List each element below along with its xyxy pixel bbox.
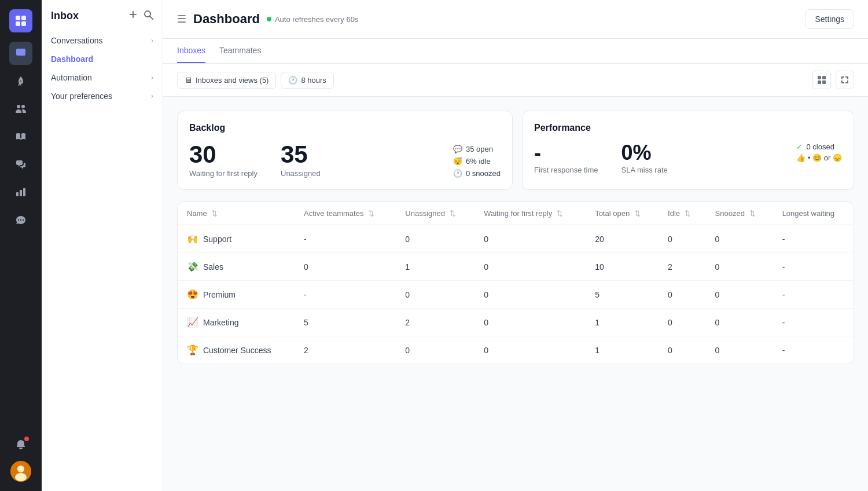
col-idle[interactable]: Idle ⇅ xyxy=(659,202,706,225)
nav-item-dashboard[interactable]: Dashboard xyxy=(42,50,163,68)
cell-snoozed: 0 xyxy=(706,225,773,253)
cell-unassigned: 0 xyxy=(396,225,475,253)
cell-waiting: 0 xyxy=(475,336,586,364)
sort-icon: ⇅ xyxy=(634,209,641,218)
cell-idle: 0 xyxy=(659,225,706,253)
content-area: Backlog 30 Waiting for first reply 35 Un… xyxy=(163,97,868,378)
user-avatar[interactable] xyxy=(10,461,31,482)
closed-count-row: ✓ 0 closed xyxy=(796,142,842,151)
cell-longest: - xyxy=(773,281,854,309)
cell-longest: - xyxy=(773,253,854,281)
snoozed-detail: 🕐 0 snoozed xyxy=(453,169,501,178)
waiting-label: Waiting for first reply xyxy=(189,169,258,178)
chat2-sidebar-icon[interactable] xyxy=(9,208,32,232)
inbox-name-text: Sales xyxy=(203,262,223,272)
grid-view-button[interactable] xyxy=(812,71,831,89)
monitor-icon: 🖥 xyxy=(185,76,192,85)
response-time-label: First response time xyxy=(534,166,598,174)
table-row[interactable]: 🙌 Support - 0 0 20 0 0 - xyxy=(178,225,854,253)
clock-icon: 🕐 xyxy=(288,76,297,85)
inboxes-filter-button[interactable]: 🖥 Inboxes and views (5) xyxy=(177,72,276,89)
cell-active: - xyxy=(295,225,396,253)
hours-filter-button[interactable]: 🕐 8 hours xyxy=(281,72,333,89)
cell-name: 🏆 Customer Success xyxy=(178,336,295,364)
table-row[interactable]: 📈 Marketing 5 2 0 1 0 0 - xyxy=(178,309,854,336)
auto-refresh-indicator: Auto refreshes every 60s xyxy=(267,15,359,24)
idle-detail: 😴 6% idle xyxy=(453,157,501,166)
svg-rect-2 xyxy=(16,21,20,26)
col-longest[interactable]: Longest waiting xyxy=(773,202,854,225)
chart-sidebar-icon[interactable] xyxy=(9,181,32,204)
clock-small-icon: 🕐 xyxy=(453,169,462,178)
team-sidebar-icon[interactable] xyxy=(9,97,32,120)
svg-rect-8 xyxy=(822,76,826,79)
cell-total-open: 10 xyxy=(586,253,659,281)
expand-view-button[interactable] xyxy=(836,71,854,89)
waiting-stat: 30 Waiting for first reply xyxy=(189,142,258,178)
main-content: ☰ Dashboard Auto refreshes every 60s Set… xyxy=(163,0,868,491)
chevron-right-icon: › xyxy=(151,92,153,100)
table-row[interactable]: 😍 Premium - 0 0 5 0 0 - xyxy=(178,281,854,309)
hamburger-icon[interactable]: ☰ xyxy=(177,13,186,25)
table-header: Name ⇅ Active teammates ⇅ Unassigned ⇅ xyxy=(178,202,854,225)
sort-icon: ⇅ xyxy=(450,209,456,218)
backlog-details: 💬 35 open 😴 6% idle 🕐 0 snoozed xyxy=(453,145,501,178)
cell-longest: - xyxy=(773,336,854,364)
inbox-emoji: 😍 xyxy=(187,289,198,300)
svg-rect-0 xyxy=(16,16,20,20)
cell-active: 5 xyxy=(295,309,396,336)
sla-stat: 0% SLA miss rate xyxy=(621,142,668,174)
sort-icon: ⇅ xyxy=(368,209,374,218)
cell-unassigned: 1 xyxy=(396,253,475,281)
sort-icon: ⇅ xyxy=(211,209,218,218)
inbox-name-text: Support xyxy=(203,234,231,244)
cell-name: 💸 Sales xyxy=(178,253,295,281)
performance-card: Performance - First response time 0% SLA… xyxy=(522,111,854,190)
settings-button[interactable]: Settings xyxy=(805,9,854,29)
cell-unassigned: 2 xyxy=(396,309,475,336)
filters-bar: 🖥 Inboxes and views (5) 🕐 8 hours xyxy=(163,64,868,97)
sla-value: 0% xyxy=(621,142,668,163)
notification-bell-icon[interactable] xyxy=(9,433,32,456)
check-icon: ✓ xyxy=(796,142,803,151)
cell-waiting: 0 xyxy=(475,309,586,336)
left-nav-header: Inbox xyxy=(42,9,163,31)
nav-item-automation[interactable]: Automation › xyxy=(42,68,163,87)
col-active[interactable]: Active teammates ⇅ xyxy=(295,202,396,225)
cell-longest: - xyxy=(773,225,854,253)
cell-idle: 2 xyxy=(659,253,706,281)
table-row[interactable]: 🏆 Customer Success 2 0 0 1 0 0 - xyxy=(178,336,854,364)
cell-snoozed: 0 xyxy=(706,281,773,309)
inbox-sidebar-icon[interactable] xyxy=(9,42,32,65)
inbox-emoji: 🏆 xyxy=(187,345,198,356)
cell-name: 😍 Premium xyxy=(178,281,295,309)
chat-sidebar-icon[interactable] xyxy=(9,153,32,176)
sla-label: SLA miss rate xyxy=(621,166,668,174)
nav-item-preferences[interactable]: Your preferences › xyxy=(42,87,163,105)
book-sidebar-icon[interactable] xyxy=(9,125,32,148)
col-waiting[interactable]: Waiting for first reply ⇅ xyxy=(475,202,586,225)
col-total-open[interactable]: Total open ⇅ xyxy=(586,202,659,225)
backlog-stats: 30 Waiting for first reply 35 Unassigned… xyxy=(189,142,501,178)
col-unassigned[interactable]: Unassigned ⇅ xyxy=(396,202,475,225)
add-icon[interactable] xyxy=(128,9,138,22)
svg-rect-7 xyxy=(818,76,821,79)
cell-snoozed: 0 xyxy=(706,253,773,281)
col-snoozed[interactable]: Snoozed ⇅ xyxy=(706,202,773,225)
notification-badge xyxy=(24,437,29,441)
search-icon[interactable] xyxy=(143,9,153,22)
table-row[interactable]: 💸 Sales 0 1 0 10 2 0 - xyxy=(178,253,854,281)
inbox-name-text: Customer Success xyxy=(203,346,271,355)
sort-icon: ⇅ xyxy=(749,209,756,218)
cell-idle: 0 xyxy=(659,336,706,364)
left-nav: Inbox Conversations › Dashboard Automati… xyxy=(42,0,163,491)
idle-icon: 😴 xyxy=(453,157,462,166)
summary-cards: Backlog 30 Waiting for first reply 35 Un… xyxy=(177,111,854,190)
rocket-sidebar-icon[interactable] xyxy=(9,69,32,93)
app-logo[interactable] xyxy=(9,9,32,32)
tab-inboxes[interactable]: Inboxes xyxy=(177,39,205,63)
performance-title: Performance xyxy=(534,123,842,133)
tab-teammates[interactable]: Teammates xyxy=(219,39,261,63)
nav-item-conversations[interactable]: Conversations › xyxy=(42,31,163,50)
col-name[interactable]: Name ⇅ xyxy=(178,202,295,225)
